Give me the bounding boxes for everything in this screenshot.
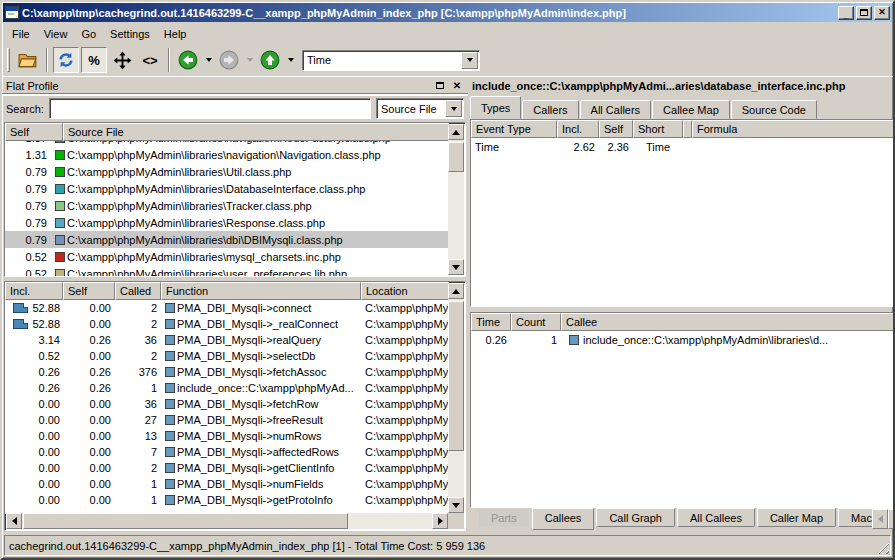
source-file-row[interactable]: 1.31C:\xampp\phpMyAdmin\libraries\naviga…: [5, 146, 449, 163]
menu-view[interactable]: View: [38, 26, 74, 42]
toolbar-handle[interactable]: [7, 48, 10, 72]
app-window: C:\xampp\tmp\cachegrind.out.1416463299-C…: [0, 0, 895, 560]
forward-button[interactable]: [216, 47, 242, 73]
source-file-row[interactable]: 0.52C:\xampp\phpMyAdmin\libraries\user_p…: [5, 265, 449, 276]
function-row[interactable]: 3.140.2636PMA_DBI_Mysqli->realQueryC:\xa…: [5, 332, 449, 348]
scroll-right-button[interactable]: [432, 513, 448, 529]
tab-caller-map[interactable]: Caller Map: [757, 508, 836, 527]
menu-settings[interactable]: Settings: [104, 26, 156, 42]
tab-scroll-right-button[interactable]: [888, 509, 895, 529]
source-file-row[interactable]: 0.79C:\xampp\phpMyAdmin\libraries\Util.c…: [5, 163, 449, 180]
source-file-row[interactable]: 0.79C:\xampp\phpMyAdmin\libraries\Databa…: [5, 180, 449, 197]
function-row[interactable]: 0.520.002PMA_DBI_Mysqli->selectDbC:\xamp…: [5, 348, 449, 364]
source-file-row[interactable]: 0.79C:\xampp\phpMyAdmin\libraries\Respon…: [5, 214, 449, 231]
function-row[interactable]: 0.000.0027PMA_DBI_Mysqli->freeResultC:\x…: [5, 412, 449, 428]
scroll-down-button[interactable]: [448, 259, 464, 275]
cycle-detection-button[interactable]: [53, 47, 79, 73]
source-file-row[interactable]: 0.79C:\xampp\phpMyAdmin\libraries\Tracke…: [5, 197, 449, 214]
tab-callers[interactable]: Callers: [522, 100, 578, 119]
source-file-row[interactable]: 0.79C:\xampp\phpMyAdmin\libraries\dbi\DB…: [5, 231, 449, 248]
grouping-selector[interactable]: Source File: [376, 98, 464, 119]
menu-help[interactable]: Help: [158, 26, 193, 42]
tab-parts[interactable]: Parts: [478, 508, 530, 527]
column-header-incl[interactable]: Incl.: [5, 282, 63, 300]
source-file-row[interactable]: 0.52C:\xampp\phpMyAdmin\libraries\mysql_…: [5, 248, 449, 265]
function-incl-cost: 0.26: [5, 382, 63, 394]
percentage-button[interactable]: %: [81, 47, 107, 73]
menu-file[interactable]: File: [6, 26, 36, 42]
function-color-icon: [165, 319, 175, 329]
function-row[interactable]: 0.000.007PMA_DBI_Mysqli->affectedRowsC:\…: [5, 444, 449, 460]
scrollbar-thumb[interactable]: [23, 513, 348, 529]
menu-go[interactable]: Go: [75, 26, 102, 42]
scroll-up-button[interactable]: [448, 283, 464, 299]
function-row[interactable]: 0.000.001PMA_DBI_Mysqli->numFieldsC:\xam…: [5, 476, 449, 492]
tab-call-graph[interactable]: Call Graph: [596, 508, 675, 527]
tab-callee-map[interactable]: Callee Map: [652, 100, 730, 119]
callee-name-cell: include_once::C:\xampp\phpMyAdmin\librar…: [561, 334, 895, 346]
function-row[interactable]: 0.000.0013PMA_DBI_Mysqli->numRowsC:\xamp…: [5, 428, 449, 444]
function-row[interactable]: 52.880.002PMA_DBI_Mysqli->_realConnectC:…: [5, 316, 449, 332]
tab-callees[interactable]: Callees: [532, 508, 595, 530]
column-header-called[interactable]: Called: [115, 282, 161, 300]
tab-all-callers[interactable]: All Callers: [580, 100, 652, 119]
scroll-down-button[interactable]: [448, 497, 464, 513]
relative-cost-button[interactable]: <>: [137, 47, 163, 73]
column-header-incl[interactable]: Incl.: [557, 120, 599, 138]
function-row[interactable]: 0.000.001PMA_DBI_Mysqli->getProtoInfoC:\…: [5, 492, 449, 508]
function-row[interactable]: 0.260.26376PMA_DBI_Mysqli->fetchAssocC:\…: [5, 364, 449, 380]
tab-scroll-left-button[interactable]: [872, 509, 888, 529]
tab-types[interactable]: Types: [470, 96, 521, 119]
function-name-text: PMA_DBI_Mysqli->numRows: [177, 430, 322, 442]
close-button[interactable]: ✕: [874, 6, 890, 20]
up-button[interactable]: [257, 47, 283, 73]
back-button[interactable]: [175, 47, 201, 73]
column-header-event-type[interactable]: Event Type: [471, 120, 557, 138]
function-row[interactable]: 52.880.002PMA_DBI_Mysqli->connectC:\xamp…: [5, 300, 449, 316]
function-horizontal-scrollbar[interactable]: [6, 513, 448, 529]
scroll-up-button[interactable]: [448, 124, 464, 140]
column-header-source-file[interactable]: Source File: [63, 123, 449, 141]
column-header-function[interactable]: Function: [161, 282, 361, 300]
column-header-self[interactable]: Self: [5, 123, 63, 141]
back-icon: [178, 50, 198, 70]
tab-source-code[interactable]: Source Code: [731, 100, 817, 119]
dock-close-button[interactable]: ✕: [450, 79, 464, 92]
combo-dropdown-icon[interactable]: [461, 52, 478, 69]
resize-grip[interactable]: [876, 541, 889, 554]
scroll-left-button[interactable]: [6, 513, 22, 529]
function-row[interactable]: 0.000.0036PMA_DBI_Mysqli->fetchRowC:\xam…: [5, 396, 449, 412]
event-type-selector[interactable]: Time: [302, 50, 480, 71]
maximize-button[interactable]: [856, 6, 872, 20]
source-vertical-scrollbar[interactable]: [448, 124, 464, 275]
column-header-formula[interactable]: Formula: [692, 120, 895, 138]
function-location: C:\xampp\phpMy...: [361, 494, 449, 506]
up-dropdown[interactable]: [285, 47, 296, 73]
column-header-count[interactable]: Count: [511, 313, 561, 331]
combo-dropdown-icon[interactable]: [445, 100, 462, 117]
callee-row[interactable]: 0.26 1 include_once::C:\xampp\phpMyAdmin…: [471, 331, 895, 349]
search-input[interactable]: [49, 98, 371, 119]
function-row[interactable]: 0.000.002PMA_DBI_Mysqli->getClientInfoC:…: [5, 460, 449, 476]
function-vertical-scrollbar[interactable]: [448, 283, 464, 513]
scrollbar-thumb[interactable]: [448, 142, 464, 172]
forward-dropdown[interactable]: [244, 47, 255, 73]
open-file-button[interactable]: [15, 47, 41, 73]
column-header-callee[interactable]: Callee: [561, 313, 895, 331]
column-header-self[interactable]: Self: [63, 282, 115, 300]
dock-float-button[interactable]: [433, 79, 447, 92]
column-header-location[interactable]: Location: [361, 282, 449, 300]
function-row[interactable]: 0.260.261include_once::C:\xampp\phpMyAd.…: [5, 380, 449, 396]
tab-all-callees[interactable]: All Callees: [677, 508, 755, 527]
function-name-cell: PMA_DBI_Mysqli->numRows: [161, 430, 361, 442]
minimize-button[interactable]: _: [838, 6, 854, 20]
back-dropdown[interactable]: [203, 47, 214, 73]
scrollbar-thumb[interactable]: [448, 301, 464, 451]
title-bar[interactable]: C:\xampp\tmp\cachegrind.out.1416463299-C…: [3, 3, 892, 22]
expand-cost-button[interactable]: [109, 47, 135, 73]
column-header-short[interactable]: Short: [633, 120, 683, 138]
column-header-time[interactable]: Time: [471, 313, 511, 331]
event-row-time[interactable]: Time 2.62 2.36 Time: [471, 138, 895, 155]
dock-title-bar[interactable]: Flat Profile ✕: [2, 77, 468, 95]
column-header-self[interactable]: Self: [599, 120, 633, 138]
